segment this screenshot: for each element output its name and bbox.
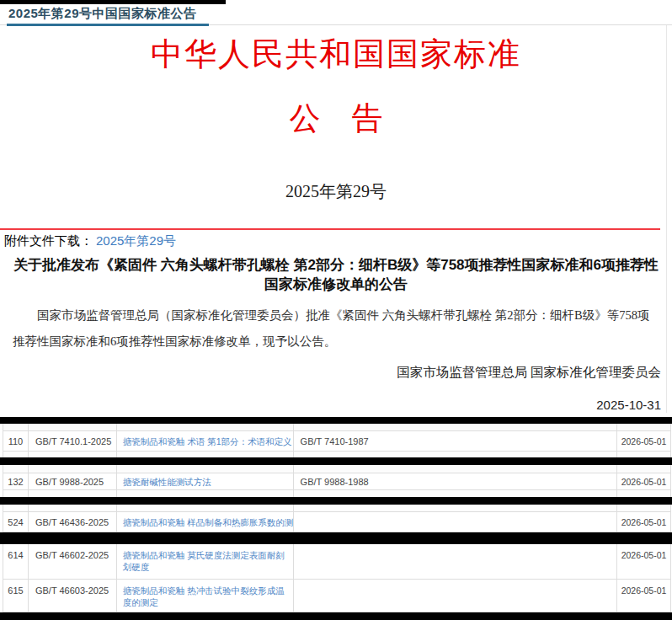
table-row: 524 GB/T 46436-2025 搪瓷制品和瓷釉 样品制备和热膨胀系数的测… — [3, 512, 671, 532]
red-divider — [0, 228, 660, 230]
table-row-sliver — [3, 490, 671, 497]
attachment-label: 附件文件下载： — [4, 233, 93, 248]
seq-cell: 524 — [3, 512, 29, 532]
seq-cell: 110 — [3, 431, 29, 451]
name-cell: 搪瓷制品和瓷釉 莫氏硬度法测定表面耐刻划硬度 — [117, 544, 294, 579]
document-title: 中华人民共和国国家标准 — [0, 34, 672, 74]
table-row: 132 GB/T 9988-2025 搪瓷耐碱性能测试方法 GB/T 9988-… — [3, 473, 671, 490]
name-cell: 搪瓷制品和瓷釉 热冲击试验中裂纹形成温度的测定 — [117, 580, 294, 612]
replaced-cell: GB/T 9988-1988 — [294, 473, 618, 489]
standard-name-link[interactable]: 搪瓷制品和瓷釉 术语 第1部分：术语和定义 — [123, 436, 292, 447]
announcement-paragraph: 国家市场监督管理总局（国家标准化管理委员会）批准《紧固件 六角头螺杆带孔螺栓 第… — [13, 302, 661, 355]
table-row: 614 GB/T 46602-2025 搪瓷制品和瓷釉 莫氏硬度法测定表面耐刻划… — [3, 544, 671, 580]
document-number: 2025年第29号 — [0, 180, 672, 203]
name-cell: 搪瓷制品和瓷釉 术语 第1部分：术语和定义 — [117, 431, 294, 451]
standards-table: 110 GB/T 7410.1-2025 搪瓷制品和瓷釉 术语 第1部分：术语和… — [0, 417, 672, 620]
agency-signature: 国家市场监督管理总局 国家标准化管理委员会 — [397, 364, 661, 382]
replaced-cell — [294, 580, 618, 612]
table-row-sliver — [3, 424, 671, 431]
attachment-download-link[interactable]: 2025年第29号 — [96, 233, 176, 248]
code-cell: GB/T 46602-2025 — [29, 544, 117, 579]
date-cell: 2026-05-01 — [617, 544, 671, 579]
seq-cell: 132 — [3, 473, 29, 489]
redaction-bar — [0, 612, 672, 620]
name-cell: 搪瓷耐碱性能测试方法 — [117, 473, 294, 489]
code-cell: GB/T 9988-2025 — [29, 473, 117, 489]
active-tab-underline — [7, 24, 209, 26]
code-cell: GB/T 7410.1-2025 — [29, 431, 117, 451]
table-row-sliver — [3, 452, 671, 457]
standard-name-link[interactable]: 搪瓷耐碱性能测试方法 — [123, 476, 211, 488]
announcement-heading: 关于批准发布《紧固件 六角头螺杆带孔螺栓 第2部分：细杆B级》等758项推荐性国… — [12, 255, 660, 294]
table-row: 110 GB/T 7410.1-2025 搪瓷制品和瓷釉 术语 第1部分：术语和… — [3, 431, 671, 452]
table-row-sliver — [3, 505, 671, 512]
date-cell: 2026-05-01 — [617, 580, 671, 612]
table-row-sliver — [3, 465, 671, 473]
redaction-bar — [0, 532, 672, 544]
page-tab-title[interactable]: 2025年第29号中国国家标准公告 — [8, 6, 197, 22]
issue-date: 2025-10-31 — [596, 398, 661, 412]
document-subtitle: 公 告 — [0, 99, 672, 138]
page: 2025年第29号中国国家标准公告 中华人民共和国国家标准 公 告 2025年第… — [0, 0, 672, 620]
seq-cell: 615 — [3, 580, 29, 612]
replaced-cell: GB/T 7410-1987 — [294, 431, 618, 451]
date-cell: 2026-05-01 — [617, 473, 671, 489]
code-cell: GB/T 46436-2025 — [29, 512, 117, 532]
table-row: 615 GB/T 46603-2025 搪瓷制品和瓷釉 热冲击试验中裂纹形成温度… — [3, 580, 671, 612]
code-cell: GB/T 46603-2025 — [29, 580, 117, 612]
redaction-bar — [0, 497, 672, 505]
standard-name-link[interactable]: 搪瓷制品和瓷釉 莫氏硬度法测定表面耐刻划硬度 — [123, 549, 290, 573]
page-right-border — [666, 25, 667, 413]
attachment-row: 附件文件下载：2025年第29号 — [4, 233, 176, 249]
standard-name-link[interactable]: 搪瓷制品和瓷釉 样品制备和热膨胀系数的测定 — [123, 516, 294, 528]
name-cell: 搪瓷制品和瓷釉 样品制备和热膨胀系数的测定 — [117, 512, 294, 532]
seq-cell: 614 — [3, 544, 29, 579]
redaction-bar — [0, 457, 672, 465]
date-cell: 2026-05-01 — [617, 431, 671, 451]
replaced-cell — [294, 544, 618, 579]
date-cell: 2026-05-01 — [617, 512, 671, 532]
replaced-cell — [294, 512, 618, 532]
redaction-bar — [0, 417, 672, 424]
standard-name-link[interactable]: 搪瓷制品和瓷釉 热冲击试验中裂纹形成温度的测定 — [123, 585, 290, 608]
top-redaction-bar — [0, 0, 226, 4]
